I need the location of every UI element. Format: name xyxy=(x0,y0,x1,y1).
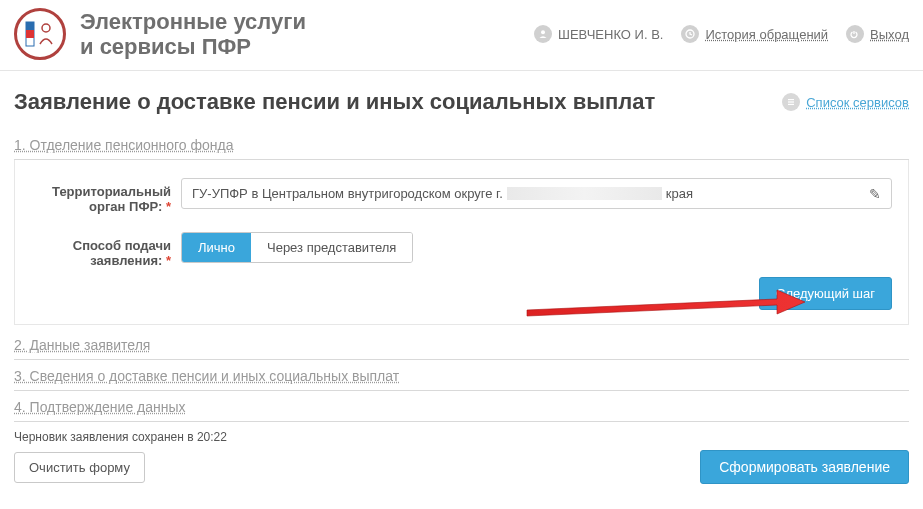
step-1-heading[interactable]: 1. Отделение пенсионного фонда xyxy=(14,129,909,160)
services-list-label: Список сервисов xyxy=(806,95,909,110)
territorial-control: ГУ-УПФР в Центральном внутригородском ок… xyxy=(181,178,892,209)
step-4-heading[interactable]: 4. Подтверждение данных xyxy=(14,391,909,422)
step-3-heading[interactable]: 3. Сведения о доставке пенсии и иных соц… xyxy=(14,360,909,391)
svg-rect-1 xyxy=(26,22,34,30)
clear-form-button[interactable]: Очистить форму xyxy=(14,452,145,483)
list-icon xyxy=(782,93,800,111)
logout-icon xyxy=(846,25,864,43)
territorial-row: Территориальный орган ПФР: * ГУ-УПФР в Ц… xyxy=(31,178,892,214)
next-step-button[interactable]: Следующий шаг xyxy=(759,277,892,310)
svg-rect-8 xyxy=(788,104,794,105)
submit-application-button[interactable]: Сформировать заявление xyxy=(700,450,909,484)
pfr-logo-icon xyxy=(14,8,66,60)
brand-title: Электронные услуги и сервисы ПФР xyxy=(80,9,306,60)
territorial-masked-region xyxy=(507,187,662,200)
method-label-text: Способ подачи заявления: xyxy=(73,238,171,268)
history-link[interactable]: История обращений xyxy=(681,25,828,43)
territorial-label-text: Территориальный орган ПФР: xyxy=(52,184,171,214)
method-option-representative[interactable]: Через представителя xyxy=(251,233,412,262)
method-segmented-control: Лично Через представителя xyxy=(181,232,413,263)
bottom-actions: Очистить форму Сформировать заявление xyxy=(0,450,923,494)
step-1-body: Территориальный орган ПФР: * ГУ-УПФР в Ц… xyxy=(14,160,909,325)
page-title: Заявление о доставке пенсии и иных социа… xyxy=(14,89,655,115)
user-name-label: ШЕВЧЕНКО И. В. xyxy=(558,27,663,42)
svg-point-3 xyxy=(42,24,50,32)
territorial-input[interactable]: ГУ-УПФР в Центральном внутригородском ок… xyxy=(181,178,892,209)
header-right: ШЕВЧЕНКО И. В. История обращений Выход xyxy=(534,25,909,43)
logout-link[interactable]: Выход xyxy=(846,25,909,43)
territorial-prefix: ГУ-УПФР в Центральном внутригородском ок… xyxy=(192,186,503,201)
brand-line-1: Электронные услуги xyxy=(80,9,306,34)
draft-saved-note: Черновик заявления сохранен в 20:22 xyxy=(0,422,923,450)
territorial-label: Территориальный орган ПФР: * xyxy=(31,178,181,214)
territorial-suffix: края xyxy=(666,186,693,201)
edit-icon[interactable]: ✎ xyxy=(869,186,881,202)
user-icon xyxy=(534,25,552,43)
required-asterisk: * xyxy=(166,253,171,268)
method-row: Способ подачи заявления: * Лично Через п… xyxy=(31,232,892,268)
svg-rect-2 xyxy=(26,30,34,38)
wizard-steps: 1. Отделение пенсионного фонда Территори… xyxy=(0,129,923,422)
history-icon xyxy=(681,25,699,43)
services-list-link[interactable]: Список сервисов xyxy=(782,93,909,111)
logout-label: Выход xyxy=(870,27,909,42)
app-header: Электронные услуги и сервисы ПФР ШЕВЧЕНК… xyxy=(0,0,923,71)
method-control: Лично Через представителя xyxy=(181,232,892,263)
title-row: Заявление о доставке пенсии и иных социа… xyxy=(0,71,923,129)
svg-rect-6 xyxy=(788,99,794,100)
user-menu[interactable]: ШЕВЧЕНКО И. В. xyxy=(534,25,663,43)
method-option-self[interactable]: Лично xyxy=(182,233,251,262)
required-asterisk: * xyxy=(166,199,171,214)
method-label: Способ подачи заявления: * xyxy=(31,232,181,268)
step-2-heading[interactable]: 2. Данные заявителя xyxy=(14,329,909,360)
brand-line-2: и сервисы ПФР xyxy=(80,34,306,59)
svg-point-4 xyxy=(541,30,545,34)
svg-rect-7 xyxy=(788,101,794,102)
history-label: История обращений xyxy=(705,27,828,42)
